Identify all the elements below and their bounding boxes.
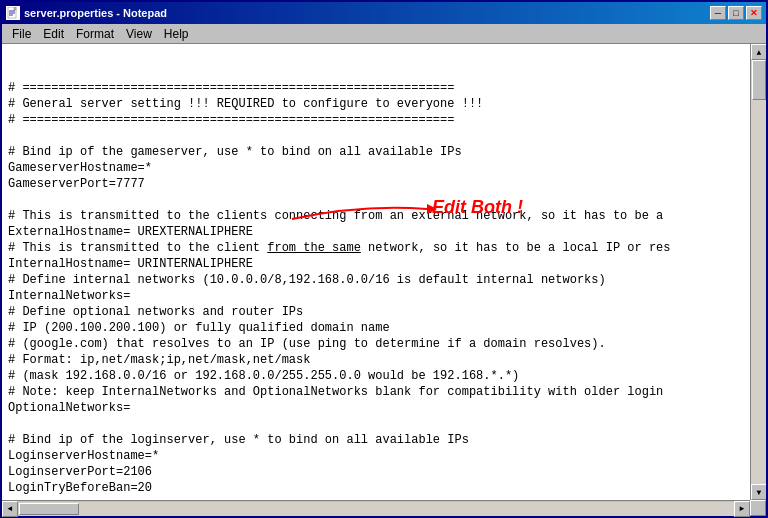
text-line: # Bind ip of the loginserver, use * to b… xyxy=(8,432,744,448)
title-bar-left: server.properties - Notepad xyxy=(6,6,167,20)
text-line: LoginserverHostname=* xyxy=(8,448,744,464)
text-line xyxy=(8,128,744,144)
text-line: InternalHostname= URINTERNALIPHERE xyxy=(8,256,744,272)
scroll-up-button[interactable]: ▲ xyxy=(751,44,766,60)
menu-bar: File Edit Format View Help xyxy=(2,24,766,44)
underlined-text: from the same xyxy=(267,241,361,255)
menu-edit[interactable]: Edit xyxy=(37,26,70,42)
maximize-button[interactable]: □ xyxy=(728,6,744,20)
scroll-right-button[interactable]: ► xyxy=(734,501,750,517)
scroll-thumb-v[interactable] xyxy=(752,60,766,100)
content-area: # ======================================… xyxy=(2,44,766,500)
minimize-button[interactable]: ─ xyxy=(710,6,726,20)
menu-format[interactable]: Format xyxy=(70,26,120,42)
text-line: # This is transmitted to the clients con… xyxy=(8,208,744,224)
scroll-down-button[interactable]: ▼ xyxy=(751,484,766,500)
menu-view[interactable]: View xyxy=(120,26,158,42)
text-line: ExternalHostname= UREXTERNALIPHERE xyxy=(8,224,744,240)
text-line: GameserverHostname=* xyxy=(8,160,744,176)
scroll-track-v[interactable] xyxy=(751,60,766,484)
text-line: GameserverPort=7777 xyxy=(8,176,744,192)
text-line xyxy=(8,192,744,208)
text-line: # Define internal networks (10.0.0.0/8,1… xyxy=(8,272,744,288)
vertical-scrollbar[interactable]: ▲ ▼ xyxy=(750,44,766,500)
main-window: server.properties - Notepad ─ □ ✕ File E… xyxy=(0,0,768,518)
text-line: # Bind ip of the gameserver, use * to bi… xyxy=(8,144,744,160)
text-line: LoginTryBeforeBan=20 xyxy=(8,480,744,496)
text-content: # ======================================… xyxy=(8,80,744,500)
text-line: # ======================================… xyxy=(8,112,744,128)
text-line: InternalNetworks= xyxy=(8,288,744,304)
svg-rect-1 xyxy=(14,7,16,10)
text-line: OptionalNetworks= xyxy=(8,400,744,416)
scrollbar-corner xyxy=(750,500,766,516)
text-line: # Note: keep InternalNetworks and Option… xyxy=(8,384,744,400)
horizontal-scrollbar[interactable]: ◄ ► xyxy=(2,500,750,516)
text-line: LoginserverPort=2106 xyxy=(8,464,744,480)
title-bar: server.properties - Notepad ─ □ ✕ xyxy=(2,2,766,24)
text-line: # IP (200.100.200.100) or fully qualifie… xyxy=(8,320,744,336)
close-icon: ✕ xyxy=(750,8,758,18)
text-line xyxy=(8,496,744,500)
file-icon xyxy=(6,6,20,20)
scroll-left-button[interactable]: ◄ xyxy=(2,501,18,517)
scroll-thumb-h[interactable] xyxy=(19,503,79,515)
text-editor[interactable]: # ======================================… xyxy=(2,44,750,500)
text-line: # ======================================… xyxy=(8,80,744,96)
window-title: server.properties - Notepad xyxy=(24,7,167,19)
text-line: # (mask 192.168.0.0/16 or 192.168.0.0/25… xyxy=(8,368,744,384)
menu-file[interactable]: File xyxy=(6,26,37,42)
text-line: # (google.com) that resolves to an IP (u… xyxy=(8,336,744,352)
text-line: # Format: ip,net/mask;ip,net/mask,net/ma… xyxy=(8,352,744,368)
scroll-track-h[interactable] xyxy=(18,502,734,516)
text-line: # This is transmitted to the client from… xyxy=(8,240,744,256)
text-line xyxy=(8,416,744,432)
menu-help[interactable]: Help xyxy=(158,26,195,42)
title-buttons: ─ □ ✕ xyxy=(710,6,762,20)
text-line: # Define optional networks and router IP… xyxy=(8,304,744,320)
bottom-area: ◄ ► xyxy=(2,500,766,516)
text-line: # General server setting !!! REQUIRED to… xyxy=(8,96,744,112)
close-button[interactable]: ✕ xyxy=(746,6,762,20)
